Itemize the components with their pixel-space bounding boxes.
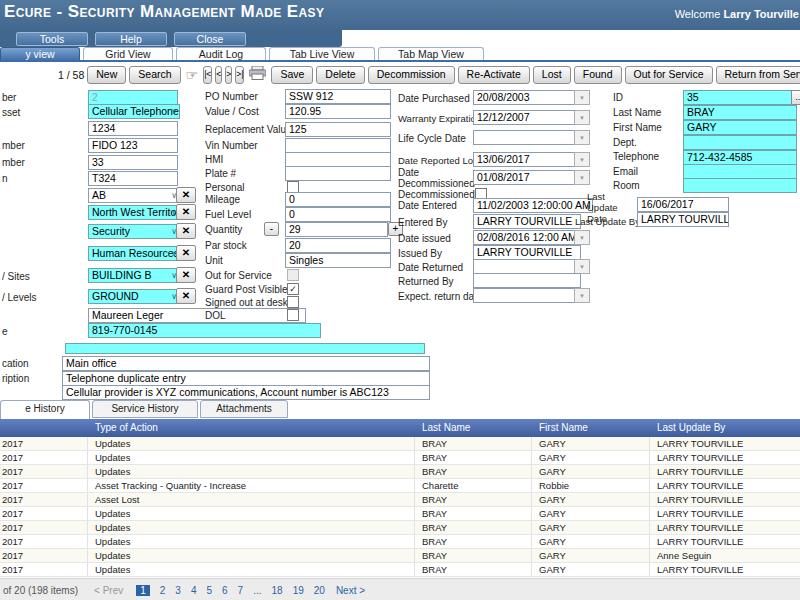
hmi-field[interactable]: [285, 152, 391, 167]
expect-return-date-dropdown-icon[interactable]: ▼: [574, 288, 590, 303]
tab-attachments[interactable]: Attachments: [200, 400, 288, 418]
signed-out-at-desk-checkbox[interactable]: [287, 296, 299, 308]
clear-department-button[interactable]: ✕: [176, 245, 196, 261]
vin-number-field[interactable]: [285, 138, 391, 153]
warranty-expiration-field[interactable]: 12/12/2007: [473, 110, 581, 125]
table-row[interactable]: 2017UpdatesBRAYGARYAnne Seguin: [0, 549, 800, 563]
table-row[interactable]: 2017UpdatesBRAYGARYLARRY TOURVILLE: [0, 507, 800, 521]
nav-first-button[interactable]: |<: [203, 66, 212, 84]
menu-help[interactable]: Help: [95, 32, 167, 46]
unit-field[interactable]: Singles: [285, 253, 391, 268]
department-select[interactable]: Human Resources∨: [88, 246, 180, 261]
building-select[interactable]: BUILDING B∨: [88, 268, 180, 283]
life-cycle-date-dropdown-icon[interactable]: ▼: [574, 130, 590, 145]
asset-number-field[interactable]: 2: [88, 90, 178, 105]
guard-post-visible-checkbox[interactable]: ✓: [287, 283, 299, 295]
tab-service-history[interactable]: Service History: [92, 400, 198, 418]
pagination-page[interactable]: 18: [272, 585, 283, 596]
contact-name-field[interactable]: Maureen Leger: [88, 308, 306, 323]
returned-by-field[interactable]: [473, 273, 581, 288]
table-row[interactable]: 2017Asset Tracking - Quantity - Increase…: [0, 479, 800, 493]
asset-type-select[interactable]: Cellular Telephone∨: [88, 104, 180, 119]
nav-last-button[interactable]: >|: [235, 66, 244, 84]
warranty-expiration-dropdown-icon[interactable]: ▼: [574, 110, 590, 125]
pagination-page[interactable]: 7: [238, 585, 244, 596]
pagination-page[interactable]: 3: [175, 585, 181, 596]
clear-region-button[interactable]: ✕: [176, 204, 196, 220]
table-row[interactable]: 2017UpdatesBRAYGARYLARRY TOURVILLE: [0, 535, 800, 549]
comments-field[interactable]: Cellular provider is XYZ communications,…: [62, 385, 430, 400]
date-returned-field[interactable]: [473, 259, 581, 274]
tab-update-history[interactable]: e History: [0, 400, 90, 420]
nav-next-button[interactable]: >: [225, 66, 232, 84]
clear-floor-button[interactable]: ✕: [176, 288, 196, 304]
menu-close[interactable]: Close: [174, 32, 246, 46]
expect-return-date-field[interactable]: [473, 288, 581, 303]
print-icon[interactable]: [247, 66, 268, 83]
date-returned-dropdown-icon[interactable]: ▼: [574, 259, 590, 274]
tab-map-view[interactable]: Tab Map View: [378, 47, 484, 61]
table-row[interactable]: 2017UpdatesBRAYGARYLARRY TOURVILLE: [0, 563, 800, 577]
table-row[interactable]: 2017UpdatesBRAYGARYLARRY TOURVILLE: [0, 521, 800, 535]
date-entered-field[interactable]: 11/02/2003 12:00:00 AM: [473, 198, 593, 213]
last-update-by-field[interactable]: LARRY TOURVILLE: [637, 212, 729, 227]
person-lookup-button[interactable]: ...: [791, 90, 800, 105]
par-stock-field[interactable]: 20: [285, 238, 391, 253]
province-select[interactable]: AB∨: [88, 188, 180, 203]
highlight-bar-field[interactable]: [65, 343, 425, 354]
quantity-decrement-button[interactable]: -: [264, 222, 279, 236]
clear-building-button[interactable]: ✕: [176, 267, 196, 283]
pagination-page[interactable]: 20: [314, 585, 325, 596]
pagination-page[interactable]: 6: [222, 585, 228, 596]
date-reported-lost-dropdown-icon[interactable]: ▼: [574, 152, 590, 167]
floor-select[interactable]: GROUND∨: [88, 289, 180, 304]
decommission-button[interactable]: Decommission: [368, 66, 455, 84]
save-button[interactable]: Save: [271, 66, 313, 84]
pagination-page[interactable]: 2: [160, 585, 166, 596]
date-decommissioned-field[interactable]: 01/08/2017: [473, 170, 581, 185]
tab-grid-view[interactable]: Grid View: [83, 47, 173, 61]
clear-province-button[interactable]: ✕: [176, 187, 196, 203]
pagination-page[interactable]: 19: [293, 585, 304, 596]
out-for-service-checkbox[interactable]: [287, 269, 299, 281]
quantity-field[interactable]: 29: [285, 222, 388, 237]
date-reported-lost-field[interactable]: 13/06/2017: [473, 152, 581, 167]
last-update-date-field[interactable]: 16/06/2017: [637, 197, 729, 212]
new-button[interactable]: New: [87, 66, 126, 84]
date-decommissioned-dropdown-icon[interactable]: ▼: [574, 170, 590, 185]
lost-button[interactable]: Lost: [533, 66, 571, 84]
pagination-next[interactable]: Next >: [336, 585, 365, 596]
table-row[interactable]: 2017UpdatesBRAYGARYLARRY TOURVILLE: [0, 437, 800, 451]
fuel-level-field[interactable]: 0: [285, 207, 391, 222]
nav-prev-button[interactable]: <: [215, 66, 222, 84]
division-select[interactable]: Security∨: [88, 224, 180, 239]
first-name-field[interactable]: GARY: [683, 120, 797, 135]
found-button[interactable]: Found: [574, 66, 622, 84]
serial-number-field[interactable]: FIDO 123: [88, 138, 178, 153]
pagination-page[interactable]: 4: [191, 585, 197, 596]
po-number-field[interactable]: SSW 912: [285, 89, 391, 104]
person-id-field[interactable]: 35: [683, 90, 797, 105]
column-header-last-name[interactable]: Last Name: [415, 419, 532, 437]
menu-tools[interactable]: Tools: [16, 32, 88, 46]
dol-checkbox[interactable]: [287, 309, 299, 321]
life-cycle-date-field[interactable]: [473, 130, 581, 145]
pagination-page[interactable]: 5: [206, 585, 212, 596]
room-field[interactable]: [683, 178, 797, 193]
plate-field[interactable]: [285, 166, 391, 181]
search-hand-icon[interactable]: ☞: [184, 67, 201, 83]
reactivate-button[interactable]: Re-Activate: [458, 66, 530, 84]
tab-entry-view[interactable]: y view: [0, 47, 80, 61]
location-field[interactable]: Main office: [62, 356, 430, 371]
column-header-first-name[interactable]: First Name: [532, 419, 650, 437]
out-for-service-button[interactable]: Out for Service: [625, 66, 713, 84]
dept-field[interactable]: [683, 135, 797, 150]
delete-button[interactable]: Delete: [316, 66, 364, 84]
column-header-last-update-by[interactable]: Last Update By: [650, 419, 800, 437]
description-field[interactable]: Telephone duplicate entry: [62, 371, 430, 386]
date-purchased-field[interactable]: 20/08/2003: [473, 90, 581, 105]
date-issued-dropdown-icon[interactable]: ▼: [574, 230, 590, 245]
code-field[interactable]: 1234: [88, 121, 178, 136]
table-row[interactable]: 2017UpdatesBRAYGARYLARRY TOURVILLE: [0, 465, 800, 479]
column-header-date[interactable]: [0, 419, 88, 437]
